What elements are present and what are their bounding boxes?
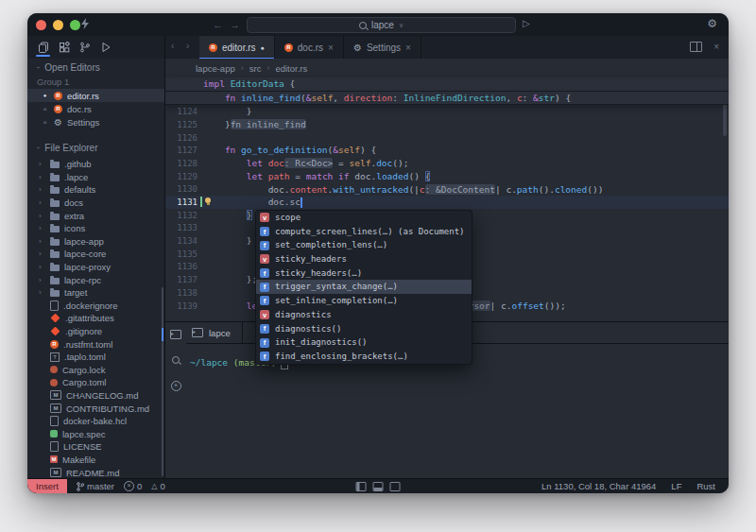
completion-item[interactable]: fcompute_screen_lines(…) (as Document) (256, 225, 472, 239)
chevron-collapsed-icon[interactable]: › (39, 249, 45, 258)
file-item-Cargo-toml[interactable]: Cargo.toml (27, 376, 164, 389)
file-explorer-icon[interactable] (36, 38, 50, 57)
file-item-lapce-spec[interactable]: lapce.spec (27, 427, 164, 440)
file-explorer-header[interactable]: › File Explorer (27, 139, 164, 156)
folder-item--lapce[interactable]: ›.lapce (27, 171, 164, 184)
folder-item-lapce-app[interactable]: ›lapce-app (27, 235, 164, 249)
open-editor-item-editor-rs[interactable]: ●Reditor.rs (27, 89, 164, 102)
file-item--taplo-toml[interactable]: T.taplo.toml (27, 351, 164, 364)
folder-item-docs[interactable]: ›docs (27, 197, 164, 210)
rust-icon: R (54, 92, 62, 100)
file-item--gitignore[interactable]: .gitignore (27, 325, 164, 338)
folder-item-lapce-proxy[interactable]: ›lapce-proxy (27, 261, 164, 274)
code-token: : (392, 93, 403, 103)
folder-item-defaults[interactable]: ›defaults (27, 183, 164, 197)
code-line-1128: 1128 let doc: Rc<Doc> = self.doc(); (165, 157, 729, 170)
zoom-window-button[interactable] (70, 20, 80, 30)
completion-item[interactable]: fset_inline_completion(…) (256, 294, 472, 308)
completion-item[interactable]: vscope (256, 211, 472, 225)
completion-item[interactable]: fsticky_headers(…) (256, 266, 472, 281)
insert-mode-badge[interactable]: Insert (27, 479, 67, 493)
source-control-icon[interactable] (77, 38, 92, 57)
close-tab-icon[interactable]: × (328, 43, 334, 53)
completion-item[interactable]: vsticky_headers (256, 252, 472, 266)
terminal-panel-icon[interactable]: ▸ (169, 328, 182, 341)
folder-item-icons[interactable]: ›icons (27, 222, 164, 235)
open-editor-item-Settings[interactable]: ×⚙Settings (27, 115, 164, 129)
completion-item[interactable]: ftrigger_syntax_change(…) (256, 280, 472, 294)
chevron-collapsed-icon[interactable]: › (39, 224, 45, 232)
chevron-collapsed-icon[interactable]: › (39, 212, 45, 220)
debug-icon[interactable] (98, 38, 112, 57)
minimize-window-button[interactable] (53, 20, 63, 30)
file-item-README-md[interactable]: MREADME.md (27, 466, 164, 479)
completion-item[interactable]: ffind_enclosing_brackets(…) (256, 350, 472, 364)
completion-item[interactable]: vdiagnostics (256, 308, 472, 322)
open-editors-header[interactable]: › Open Editors (27, 59, 164, 76)
toggle-left-panel-button[interactable] (356, 482, 367, 491)
file-item-CHANGELOG-md[interactable]: MCHANGELOG.md (27, 389, 164, 403)
toggle-bottom-panel-button[interactable] (373, 482, 384, 491)
chevron-collapsed-icon[interactable]: › (39, 173, 45, 181)
completion-item[interactable]: fset_completion_lens(…) (256, 238, 472, 252)
language-mode[interactable]: Rust (696, 481, 715, 491)
error-count[interactable]: × 0 (124, 481, 142, 491)
terminal-tab[interactable]: ▸ lapce (186, 322, 243, 343)
completion-item[interactable]: finit_diagnostics() (256, 335, 472, 350)
close-window-button[interactable] (36, 20, 46, 30)
nav-forward-button[interactable]: → (230, 17, 240, 32)
settings-gear-button[interactable]: ⚙ (707, 17, 717, 30)
completion-item[interactable]: fdiagnostics() (256, 322, 472, 336)
folder-item-target[interactable]: ›target (27, 286, 164, 300)
command-palette[interactable]: lapce ∨ (247, 17, 516, 33)
code-token: str (539, 93, 555, 103)
sidebar-scrollbar[interactable] (162, 287, 163, 476)
file-item--rustfmt-toml[interactable]: R.rustfmt.toml (27, 337, 164, 351)
folder-item-extra[interactable]: ›extra (27, 209, 164, 222)
file-item-Makefile[interactable]: MMakefile (27, 454, 164, 467)
tab-nav-back-button[interactable]: ‹ (171, 41, 174, 51)
breadcrumb-item[interactable]: lapce-app (196, 63, 235, 74)
file-item--dockerignore[interactable]: .dockerignore (27, 300, 164, 313)
breadcrumb-item[interactable]: editor.rs (275, 63, 307, 74)
chevron-collapsed-icon[interactable]: › (39, 276, 45, 284)
function-kind-icon: f (260, 296, 269, 305)
file-item-LICENSE[interactable]: LICENSE (27, 440, 164, 454)
split-editor-icon[interactable] (690, 42, 702, 52)
line-ending[interactable]: LF (671, 481, 681, 491)
cursor-position[interactable]: Ln 1130, Col 18, Char 41964 (541, 481, 656, 491)
chevron-collapsed-icon[interactable]: › (39, 263, 45, 271)
chevron-collapsed-icon[interactable]: › (39, 288, 45, 297)
git-icon (51, 314, 60, 323)
tab-nav-forward-button[interactable]: › (186, 41, 189, 51)
folder-item-lapce-core[interactable]: ›lapce-core (27, 248, 164, 261)
chevron-collapsed-icon[interactable]: › (39, 198, 45, 207)
folder-item--github[interactable]: ›.github (27, 158, 164, 171)
editor-group-label: Group 1 (27, 76, 164, 89)
tab-doc-rs[interactable]: Rdoc.rs× (275, 36, 344, 59)
tab-editor-rs[interactable]: Reditor.rs● (199, 36, 275, 59)
file-item-CONTRIBUTING-md[interactable]: MCONTRIBUTING.md (27, 402, 164, 415)
chevron-collapsed-icon[interactable]: › (39, 160, 45, 168)
plugins-icon[interactable] (57, 38, 71, 57)
open-editor-item-doc-rs[interactable]: ×Rdoc.rs (27, 102, 164, 115)
close-icon[interactable]: × (41, 105, 49, 113)
search-panel-icon[interactable] (169, 353, 182, 367)
close-icon[interactable]: × (41, 118, 49, 127)
nav-back-button[interactable]: ← (213, 17, 223, 32)
warning-count[interactable]: △ 0 (151, 481, 164, 491)
file-item--gitattributes[interactable]: .gitattributes (27, 312, 164, 325)
folder-item-lapce-rpc[interactable]: ›lapce-rpc (27, 273, 164, 286)
file-item-Cargo-lock[interactable]: Cargo.lock (27, 364, 164, 377)
chevron-collapsed-icon[interactable]: › (39, 185, 45, 194)
tab-Settings[interactable]: ⚙Settings× (344, 36, 421, 59)
problems-panel-icon[interactable]: × (169, 379, 182, 392)
chevron-collapsed-icon[interactable]: › (39, 237, 45, 246)
close-tab-icon[interactable]: × (405, 43, 411, 53)
breadcrumb-item[interactable]: src (249, 63, 262, 74)
run-button[interactable]: ▷ (523, 18, 530, 28)
close-editor-icon[interactable]: × (713, 42, 719, 52)
file-item-docker-bake-hcl[interactable]: docker-bake.hcl (27, 415, 164, 428)
toggle-right-panel-button[interactable] (390, 482, 401, 491)
git-branch-indicator[interactable]: master (77, 481, 114, 491)
